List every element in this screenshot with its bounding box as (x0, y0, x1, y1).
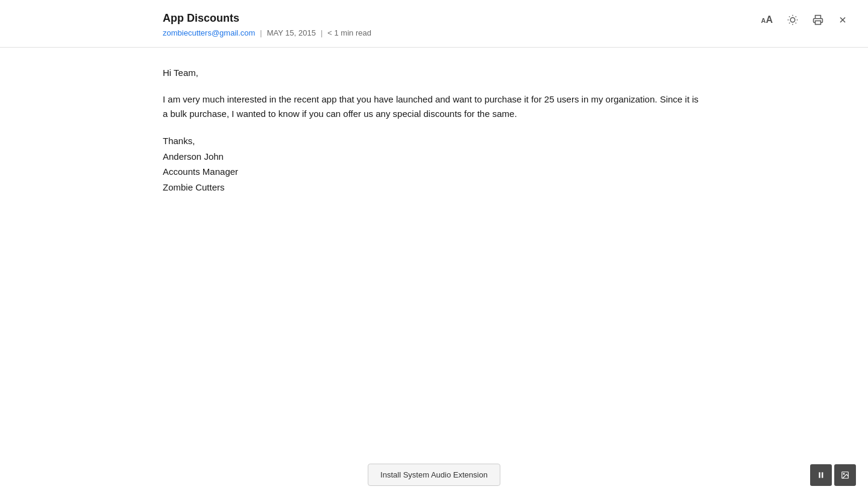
svg-rect-12 (819, 472, 820, 478)
svg-line-4 (796, 23, 796, 24)
header-actions: AA (758, 12, 850, 28)
svg-line-8 (796, 16, 796, 17)
meta-separator-2: | (321, 28, 322, 37)
email-paragraph: I am very much interested in the recent … (163, 92, 705, 121)
print-button[interactable] (810, 12, 826, 28)
svg-rect-13 (822, 472, 823, 478)
image-view-icon (841, 471, 849, 479)
svg-point-0 (790, 17, 795, 22)
signature-title: Accounts Manager (163, 164, 705, 180)
bottom-right-controls (810, 464, 856, 486)
pause-icon (817, 471, 825, 479)
brightness-icon (787, 14, 798, 25)
close-button[interactable] (835, 13, 850, 27)
email-header: App Discounts zombiecutters@gmail.com | … (0, 0, 868, 48)
email-greeting: Hi Team, (163, 66, 705, 80)
print-icon (813, 14, 823, 25)
font-size-button[interactable]: AA (758, 13, 775, 27)
email-title: App Discounts (163, 12, 705, 25)
sender-email[interactable]: zombiecutters@gmail.com (163, 28, 255, 37)
image-view-button[interactable] (834, 464, 856, 486)
email-body: Hi Team, I am very much interested in th… (0, 48, 868, 213)
bottom-bar: Install System Audio Extension (368, 464, 500, 486)
pause-button[interactable] (810, 464, 832, 486)
close-icon (838, 15, 848, 25)
font-size-icon: AA (761, 15, 773, 25)
signature-closing: Thanks, (163, 133, 705, 149)
signature-name: Anderson John (163, 149, 705, 165)
email-signature: Thanks, Anderson John Accounts Manager Z… (163, 133, 705, 195)
email-viewer: App Discounts zombiecutters@gmail.com | … (0, 0, 868, 498)
svg-point-15 (843, 473, 844, 474)
email-meta: zombiecutters@gmail.com | MAY 15, 2015 |… (163, 28, 705, 37)
email-date: MAY 15, 2015 (267, 28, 316, 37)
brightness-button[interactable] (785, 12, 800, 28)
meta-separator: | (260, 28, 262, 37)
svg-line-7 (789, 23, 790, 24)
install-audio-button[interactable]: Install System Audio Extension (368, 464, 500, 486)
signature-company: Zombie Cutters (163, 180, 705, 195)
svg-line-3 (789, 16, 790, 17)
svg-rect-9 (816, 21, 821, 25)
read-time: < 1 min read (327, 28, 371, 37)
